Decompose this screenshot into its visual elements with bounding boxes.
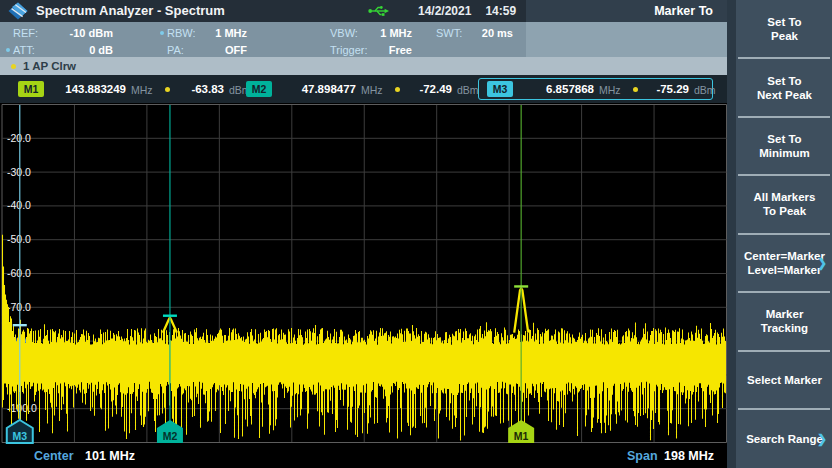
softkey-menu: Set ToPeak Set ToNext Peak Set ToMinimum… bbox=[727, 0, 832, 468]
rbw-value[interactable]: 1 MHz bbox=[200, 25, 247, 41]
att-coupled-dot bbox=[6, 48, 10, 52]
swt-label: SWT: bbox=[436, 25, 462, 41]
marker-badge-m3: M3 bbox=[487, 81, 513, 97]
span-value[interactable]: 198 MHz bbox=[664, 444, 714, 468]
marker-badge-m1: M1 bbox=[18, 81, 44, 97]
spectrum-analyzer-screen: Marker To Spectrum Analyzer - Spectrum 1… bbox=[0, 0, 832, 468]
chevron-right-icon: ❯ bbox=[817, 256, 827, 270]
rs-logo-icon bbox=[8, 2, 28, 20]
vbw-label: VBW: bbox=[330, 25, 358, 41]
title-bar: Marker To Spectrum Analyzer - Spectrum 1… bbox=[0, 0, 727, 22]
softkey-marker-tracking[interactable]: MarkerTracking bbox=[737, 292, 832, 349]
swt-value[interactable]: 20 ms bbox=[466, 25, 513, 41]
softkey-menu-edge bbox=[727, 0, 736, 468]
spectrum-trace-plot: -20.0-30.0-40.0-50.0-60.0-70.0-80.0-90.0… bbox=[0, 103, 727, 444]
span-label: Span bbox=[627, 444, 658, 468]
ref-label: REF: bbox=[13, 25, 38, 41]
marker-freq-m3: 6.857868 bbox=[514, 81, 594, 97]
marker-freq-unit-m3: MHz bbox=[599, 82, 621, 98]
y-axis-tick-label: -40.0 bbox=[7, 199, 31, 211]
settings-bar-empty-section bbox=[526, 22, 727, 57]
softkey-set-to-peak[interactable]: Set ToPeak bbox=[737, 0, 832, 57]
marker-level-unit-m2: dBm bbox=[457, 82, 479, 98]
y-axis-tick-label: -20.0 bbox=[7, 132, 31, 144]
vbw-value[interactable]: 1 MHz bbox=[358, 25, 412, 41]
pa-value[interactable]: OFF bbox=[200, 42, 247, 58]
marker-table: M1 143.883249 MHz -63.83 dBm M2 47.89847… bbox=[0, 75, 727, 103]
marker-level-m3: -75.29 bbox=[641, 81, 689, 97]
y-axis-tick-label: -60.0 bbox=[7, 267, 31, 279]
time-label: 14:59 bbox=[485, 4, 516, 18]
att-value[interactable]: 0 dB bbox=[52, 42, 113, 58]
app-title: Spectrum Analyzer - Spectrum bbox=[36, 0, 225, 22]
chevron-right-icon: ❯ bbox=[817, 432, 827, 446]
trace-active-dot bbox=[11, 64, 16, 69]
trace-label: 1 AP Clrw bbox=[23, 57, 76, 75]
softkey-set-to-minimum[interactable]: Set ToMinimum bbox=[737, 117, 832, 174]
softkey-all-markers-to-peak[interactable]: All MarkersTo Peak bbox=[737, 175, 832, 232]
softkey-set-to-next-peak[interactable]: Set ToNext Peak bbox=[737, 59, 832, 116]
spectrum-display[interactable]: -20.0-30.0-40.0-50.0-60.0-70.0-80.0-90.0… bbox=[0, 103, 727, 444]
marker-dot-m1 bbox=[165, 87, 170, 92]
marker-flag-label-m2: M2 bbox=[163, 430, 178, 442]
marker-freq-unit-m2: MHz bbox=[361, 82, 383, 98]
pa-label: PA: bbox=[167, 42, 184, 58]
menu-title: Marker To bbox=[654, 0, 713, 22]
att-label: ATT: bbox=[13, 42, 35, 58]
ref-value[interactable]: -10 dBm bbox=[52, 25, 113, 41]
rbw-coupled-dot bbox=[160, 31, 164, 35]
marker-freq-m2: 47.898477 bbox=[276, 81, 356, 97]
trace-bar[interactable]: 1 AP Clrw bbox=[0, 57, 727, 75]
marker-freq-m1: 143.883249 bbox=[46, 81, 126, 97]
y-axis-tick-label: -30.0 bbox=[7, 166, 31, 178]
y-axis-tick-label: -50.0 bbox=[7, 233, 31, 245]
center-value[interactable]: 101 MHz bbox=[85, 444, 135, 468]
marker-level-unit-m3: dBm bbox=[694, 82, 716, 98]
trigger-value[interactable]: Free bbox=[358, 42, 412, 58]
marker-badge-m2: M2 bbox=[246, 81, 272, 97]
frequency-footer: Center 101 MHz Span 198 MHz bbox=[0, 444, 727, 468]
menu-title-panel: Marker To bbox=[526, 0, 727, 22]
marker-dot-m3 bbox=[633, 87, 638, 92]
center-label: Center bbox=[34, 444, 74, 468]
y-axis-tick-label: -70.0 bbox=[7, 301, 31, 313]
softkey-search-range[interactable]: Search Range ❯ bbox=[737, 410, 832, 467]
marker-level-m1: -63.83 bbox=[178, 81, 224, 97]
marker-flag-label-m1: M1 bbox=[514, 430, 529, 442]
rbw-label: RBW: bbox=[167, 25, 196, 41]
datetime: 14/2/202114:59 bbox=[418, 0, 516, 22]
marker-dot-m2 bbox=[395, 87, 400, 92]
date-label: 14/2/2021 bbox=[418, 4, 471, 18]
settings-bar: REF: -10 dBm RBW: 1 MHz VBW: 1 MHz SWT: … bbox=[0, 22, 727, 57]
softkey-select-marker[interactable]: Select Marker bbox=[737, 351, 832, 408]
softkey-center-marker-level-marker[interactable]: Center=MarkerLevel=Marker ❯ bbox=[737, 234, 832, 291]
marker-flag-label-m3: M3 bbox=[12, 430, 27, 442]
marker-level-m2: -72.49 bbox=[406, 81, 452, 97]
usb-icon bbox=[368, 4, 390, 18]
marker-freq-unit-m1: MHz bbox=[131, 82, 153, 98]
